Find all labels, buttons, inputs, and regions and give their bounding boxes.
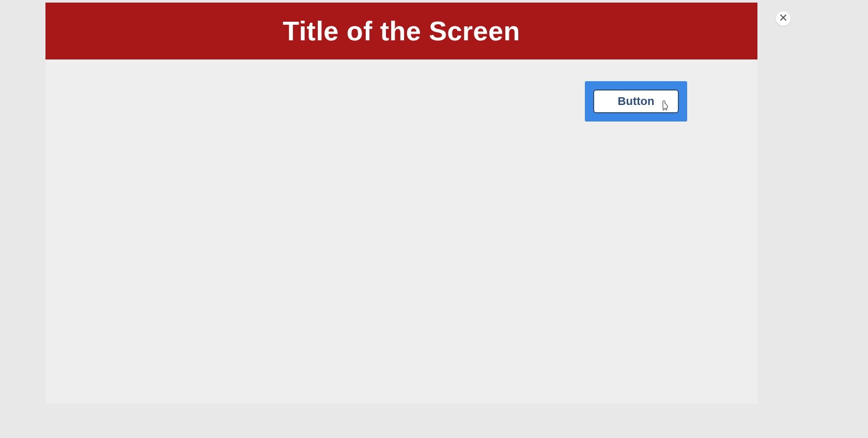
close-icon <box>780 14 787 23</box>
action-button[interactable]: Button <box>593 89 679 113</box>
button-highlight: Button <box>585 81 687 122</box>
close-button[interactable] <box>776 11 791 26</box>
action-button-label: Button <box>618 95 655 108</box>
screen-header: Title of the Screen <box>45 3 757 59</box>
screen-body: Button <box>45 59 757 403</box>
screen-panel: Title of the Screen Button <box>45 3 757 403</box>
screen-title: Title of the Screen <box>283 16 520 47</box>
pointer-cursor-icon <box>660 100 670 112</box>
